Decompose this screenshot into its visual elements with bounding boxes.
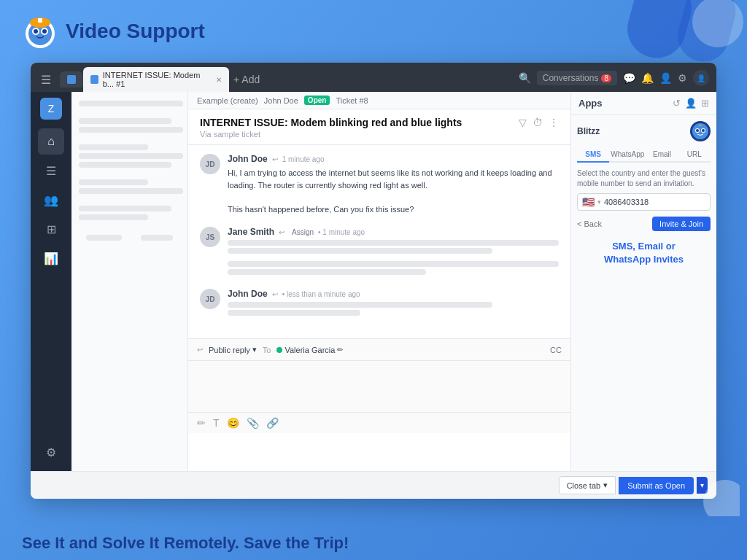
attach-icon[interactable]: 📎 bbox=[247, 417, 259, 429]
ticket-title: INTERNET ISSUE: Modem blinking red and b… bbox=[200, 117, 462, 128]
skeleton-3b bbox=[228, 310, 360, 316]
sidebar-skeleton-3 bbox=[79, 127, 183, 133]
message-author-3: John Doe bbox=[228, 289, 268, 299]
reply-mode-icon: ↩ bbox=[197, 346, 203, 354]
refresh-icon[interactable]: ↺ bbox=[673, 98, 681, 109]
reply-arrow-icon-3: ↩ bbox=[272, 290, 278, 298]
close-tab-chevron[interactable]: ▾ bbox=[603, 481, 608, 490]
reply-header: ↩ Public reply ▾ To Valeria Garcia ✏ bbox=[188, 339, 570, 361]
tab-url[interactable]: URL bbox=[678, 147, 711, 163]
conversations-label: Conversations bbox=[543, 73, 599, 83]
blitzz-app-icon bbox=[690, 121, 711, 141]
ticket-header: INTERNET ISSUE: Modem blinking red and b… bbox=[188, 109, 570, 145]
sidebar-item-book[interactable]: ☰ bbox=[38, 158, 64, 184]
tab-active-favicon bbox=[90, 75, 98, 84]
recipient-name: Valeria Garcia bbox=[285, 346, 335, 354]
message-body-3: John Doe ↩ • less than a minute ago bbox=[228, 289, 559, 318]
filter-icon[interactable]: ▽ bbox=[519, 117, 527, 128]
sidebar-item-chart[interactable]: 📊 bbox=[38, 245, 64, 271]
chat-icon[interactable]: 💬 bbox=[623, 72, 635, 84]
submit-dropdown-btn[interactable]: ▾ bbox=[697, 477, 708, 494]
user-avatar-btn[interactable]: 👤 bbox=[693, 70, 709, 86]
assign-label[interactable]: Assign bbox=[292, 228, 314, 236]
submit-open-button[interactable]: Submit as Open bbox=[619, 477, 694, 494]
skeleton-2c bbox=[228, 261, 559, 267]
tab-email[interactable]: Email bbox=[646, 147, 678, 163]
conversations-btn[interactable]: Conversations 8 bbox=[537, 71, 617, 85]
sidebar-skeleton-4 bbox=[79, 144, 148, 150]
messages-area: JD John Doe ↩ 1 minute ago Hi, I am tryi… bbox=[188, 145, 570, 338]
sidebar-item-users[interactable]: 👥 bbox=[38, 187, 64, 213]
app-layout: Z ⌂ ☰ 👥 ⊞ 📊 ⚙ bbox=[31, 92, 716, 471]
sidebar-skeleton-2 bbox=[79, 118, 171, 124]
breadcrumb-example[interactable]: Example (create) bbox=[197, 96, 258, 105]
tab-close-btn[interactable]: ✕ bbox=[216, 76, 222, 84]
reply-type-selector[interactable]: Public reply ▾ bbox=[209, 345, 257, 354]
skeleton-2b bbox=[228, 248, 492, 254]
sidebar-item-settings[interactable]: ⚙ bbox=[38, 439, 64, 465]
reply-recipient: Valeria Garcia ✏ bbox=[276, 346, 343, 354]
avatar-john-1: JD bbox=[200, 154, 220, 174]
format-icon[interactable]: ✏ bbox=[197, 417, 206, 429]
flag-icon: 🇺🇸 bbox=[582, 196, 595, 208]
ticket-main: Example (create) John Doe Open Ticket #8… bbox=[188, 92, 570, 471]
message-meta-1: John Doe ↩ 1 minute ago bbox=[228, 154, 559, 164]
phone-number-input[interactable]: 4086403318 bbox=[604, 198, 649, 206]
breadcrumb-bar: Example (create) John Doe Open Ticket #8 bbox=[188, 92, 570, 109]
conversations-count: 8 bbox=[601, 74, 611, 82]
tab-add-btn[interactable]: + Add bbox=[233, 74, 260, 85]
right-panel-header: Apps ↺ 👤 ⊞ bbox=[571, 92, 716, 115]
sidebar-toggle-icon[interactable]: ☰ bbox=[38, 70, 54, 90]
message-row-3: JD John Doe ↩ • less than a minute ago bbox=[200, 289, 559, 318]
message-meta-2: Jane Smith ↩ Assign • 1 minute ago bbox=[228, 227, 559, 237]
right-panel-icons: ↺ 👤 ⊞ bbox=[673, 98, 709, 109]
reply-body[interactable] bbox=[188, 361, 570, 412]
sidebar-brand-icon[interactable]: Z bbox=[40, 98, 62, 120]
back-button[interactable]: < Back bbox=[577, 219, 602, 228]
reply-arrow-icon-1: ↩ bbox=[272, 155, 278, 163]
text-format-icon[interactable]: T bbox=[213, 417, 220, 429]
grid-panel-icon[interactable]: ⊞ bbox=[701, 98, 709, 109]
svg-point-16 bbox=[696, 129, 699, 132]
cc-button[interactable]: CC bbox=[550, 346, 562, 354]
edit-recipient-icon[interactable]: ✏ bbox=[337, 346, 343, 354]
blitzz-label: Blitzz bbox=[577, 126, 600, 136]
sidebar-skeleton-5 bbox=[79, 153, 183, 159]
secondary-sidebar bbox=[71, 92, 188, 471]
phone-country-chevron[interactable]: ▾ bbox=[597, 198, 601, 206]
active-tab[interactable]: INTERNET ISSUE: Modem b... #1 ✕ bbox=[83, 67, 229, 92]
reply-type-label: Public reply bbox=[209, 346, 250, 354]
more-icon[interactable]: ⋮ bbox=[549, 117, 559, 128]
close-tab-button[interactable]: Close tab ▾ bbox=[559, 476, 616, 494]
user-panel-icon[interactable]: 👤 bbox=[685, 98, 697, 109]
apps-panel-title: Apps bbox=[578, 98, 603, 109]
left-sidebar: Z ⌂ ☰ 👥 ⊞ 📊 ⚙ bbox=[31, 92, 71, 471]
link-icon[interactable]: 🔗 bbox=[266, 417, 279, 429]
sidebar-item-home[interactable]: ⌂ bbox=[38, 128, 64, 155]
emoji-icon[interactable]: 😊 bbox=[227, 417, 239, 429]
people-icon[interactable]: 👤 bbox=[659, 72, 672, 84]
svg-point-17 bbox=[702, 129, 705, 132]
breadcrumb-user: John Doe bbox=[264, 96, 298, 105]
clock-icon[interactable]: ⏱ bbox=[533, 117, 543, 128]
sidebar-skeleton-11 bbox=[86, 235, 122, 241]
settings-icon[interactable]: ⚙ bbox=[678, 72, 687, 84]
phone-input-row[interactable]: 🇺🇸 ▾ 4086403318 bbox=[577, 193, 711, 211]
close-tab-label: Close tab bbox=[567, 481, 600, 490]
tab-favicon bbox=[67, 75, 76, 84]
app-window: ☰ INTERNET ISSUE: Modem b... #1 ✕ + Add … bbox=[31, 63, 716, 499]
bell-icon[interactable]: 🔔 bbox=[641, 72, 654, 84]
status-badge: Open bbox=[304, 96, 330, 105]
tab-whatsapp[interactable]: WhatsApp bbox=[609, 147, 646, 163]
sidebar-item-grid[interactable]: ⊞ bbox=[38, 216, 64, 242]
bottom-bar: Close tab ▾ Submit as Open ▾ bbox=[31, 471, 716, 499]
sidebar-skeleton-8 bbox=[79, 188, 183, 194]
reply-area: ↩ Public reply ▾ To Valeria Garcia ✏ bbox=[188, 338, 570, 433]
search-icon[interactable]: 🔍 bbox=[519, 72, 531, 84]
message-time-3: • less than a minute ago bbox=[282, 290, 360, 298]
logo-area: Video Support bbox=[22, 13, 205, 50]
message-body-2: Jane Smith ↩ Assign • 1 minute ago bbox=[228, 227, 559, 277]
recipient-online-dot bbox=[276, 347, 282, 353]
tab-sms[interactable]: SMS bbox=[577, 147, 609, 163]
invite-join-button[interactable]: Invite & Join bbox=[652, 217, 711, 231]
